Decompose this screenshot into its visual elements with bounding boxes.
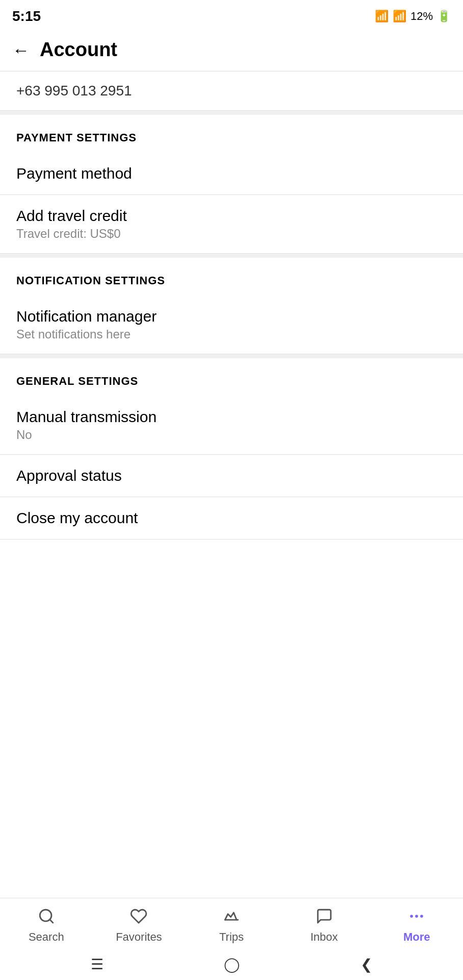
- android-menu-button[interactable]: ☰: [91, 956, 104, 973]
- heart-icon: [130, 908, 147, 927]
- nav-inbox[interactable]: Inbox: [278, 908, 371, 944]
- status-time: 5:15: [12, 8, 41, 24]
- android-nav: ☰ ◯ ❮: [0, 949, 463, 980]
- section-gap-1: [0, 111, 463, 115]
- svg-point-3: [410, 915, 413, 918]
- bluetooth-icon: 📶: [375, 10, 389, 23]
- approval-status-title: Approval status: [16, 467, 447, 484]
- manual-transmission-item[interactable]: Manual transmission No: [0, 396, 463, 454]
- svg-point-4: [415, 915, 418, 918]
- inbox-label: Inbox: [311, 930, 338, 944]
- trips-icon: [223, 908, 240, 927]
- android-back-button[interactable]: ❮: [361, 956, 372, 973]
- charging-icon: 🔋: [437, 10, 451, 23]
- trips-label: Trips: [219, 930, 244, 944]
- page-title: Account: [40, 39, 117, 61]
- manual-transmission-title: Manual transmission: [16, 408, 447, 426]
- travel-credit-title: Add travel credit: [16, 207, 447, 225]
- inbox-icon: [316, 908, 333, 927]
- more-icon: [408, 908, 425, 927]
- nav-search[interactable]: Search: [0, 908, 93, 944]
- wifi-icon: 📶: [393, 10, 406, 23]
- payment-settings-label: PAYMENT SETTINGS: [0, 115, 463, 153]
- search-label: Search: [29, 930, 64, 944]
- notification-manager-subtitle: Set notifications here: [16, 327, 447, 341]
- status-bar: 5:15 📶 📶 12% 🔋: [0, 0, 463, 31]
- close-account-item[interactable]: Close my account: [0, 497, 463, 539]
- status-icons: 📶 📶 12% 🔋: [375, 10, 451, 23]
- favorites-label: Favorites: [116, 930, 162, 944]
- svg-line-1: [49, 920, 53, 923]
- notification-manager-item[interactable]: Notification manager Set notifications h…: [0, 296, 463, 354]
- travel-credit-subtitle: Travel credit: US$0: [16, 227, 447, 241]
- nav-more[interactable]: More: [370, 908, 463, 944]
- section-gap-2: [0, 254, 463, 258]
- android-home-button[interactable]: ◯: [224, 956, 240, 973]
- notification-settings-label: NOTIFICATION SETTINGS: [0, 258, 463, 296]
- notification-manager-title: Notification manager: [16, 308, 447, 325]
- payment-method-title: Payment method: [16, 165, 447, 182]
- more-label: More: [403, 930, 430, 944]
- general-settings-label: GENERAL SETTINGS: [0, 358, 463, 396]
- nav-items: Search Favorites Trips: [0, 898, 463, 949]
- search-icon: [38, 908, 55, 927]
- header: ← Account: [0, 31, 463, 71]
- nav-trips[interactable]: Trips: [185, 908, 278, 944]
- travel-credit-item[interactable]: Add travel credit Travel credit: US$0: [0, 195, 463, 253]
- divider-close: [0, 539, 463, 540]
- section-gap-3: [0, 354, 463, 358]
- svg-point-5: [420, 915, 423, 918]
- back-button[interactable]: ←: [12, 41, 30, 59]
- manual-transmission-subtitle: No: [16, 428, 447, 442]
- bottom-nav: Search Favorites Trips: [0, 898, 463, 980]
- nav-favorites[interactable]: Favorites: [93, 908, 186, 944]
- battery-indicator: 12%: [410, 10, 433, 23]
- phone-number: +63 995 013 2951: [0, 71, 463, 110]
- approval-status-item[interactable]: Approval status: [0, 455, 463, 497]
- payment-method-item[interactable]: Payment method: [0, 153, 463, 194]
- close-account-title: Close my account: [16, 509, 447, 527]
